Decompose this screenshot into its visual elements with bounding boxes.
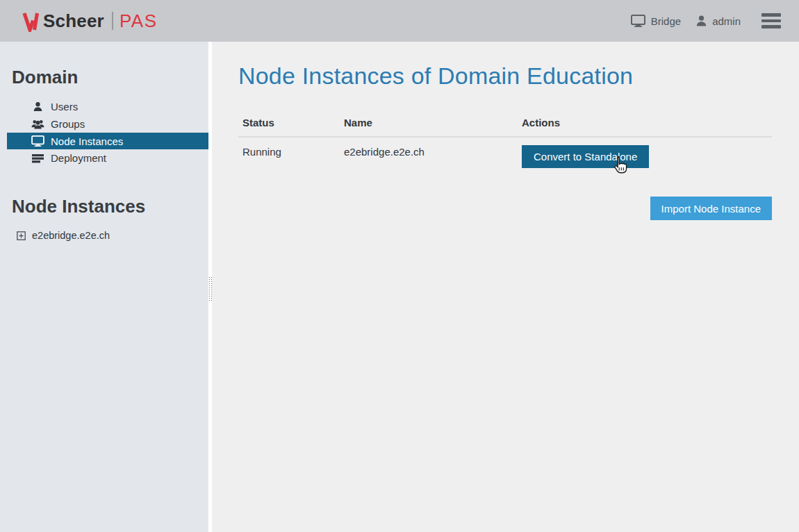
top-header-bar: Scheer PAS Bridge admin <box>0 0 799 42</box>
sidebar-item-users[interactable]: Users <box>0 98 208 115</box>
sidebar-item-groups[interactable]: Groups <box>0 115 208 133</box>
sidebar-item-label: Users <box>51 101 78 113</box>
sidebar: Domain Users Groups <box>0 42 208 532</box>
brand-name: Scheer <box>43 10 104 32</box>
table-row: Running e2ebridge.e2e.ch Convert to Stan… <box>238 138 772 176</box>
tree-item-e2ebridge[interactable]: e2ebridge.e2e.ch <box>0 227 208 244</box>
table-header-row: Status Name Actions <box>238 110 772 138</box>
page-title: Node Instances of Domain Education <box>238 63 799 90</box>
bridge-label: Bridge <box>651 15 681 27</box>
tree-item-label: e2ebridge.e2e.ch <box>32 230 110 241</box>
scheer-pas-logo[interactable]: Scheer PAS <box>21 10 158 32</box>
sidebar-item-node-instances[interactable]: Node Instances <box>7 133 208 149</box>
bridge-menu-item[interactable]: Bridge <box>631 15 681 27</box>
sidebar-item-deployment[interactable]: Deployment <box>0 149 208 167</box>
convert-to-standalone-button[interactable]: Convert to Standalone <box>522 145 649 168</box>
sidebar-section-title-node-instances: Node Instances <box>12 196 208 217</box>
import-node-instance-button[interactable]: Import Node Instance <box>650 197 772 220</box>
column-header-status: Status <box>238 110 340 136</box>
monitor-icon <box>631 15 645 27</box>
users-group-icon <box>31 119 44 129</box>
logo-divider <box>112 12 113 30</box>
header-right-controls: Bridge admin <box>631 13 781 28</box>
sidebar-section-title-domain: Domain <box>12 67 208 88</box>
product-name: PAS <box>120 10 158 32</box>
scheer-logo-icon <box>21 10 40 32</box>
monitor-icon <box>31 135 44 147</box>
column-header-actions: Actions <box>518 110 772 136</box>
user-menu-item[interactable]: admin <box>696 15 741 27</box>
hamburger-icon[interactable] <box>761 13 781 28</box>
sidebar-item-label: Deployment <box>51 152 106 164</box>
main-content: Node Instances of Domain Education Statu… <box>212 42 799 532</box>
user-icon <box>31 101 44 112</box>
import-button-row: Import Node Instance <box>238 197 772 220</box>
sidebar-item-label: Node Instances <box>51 135 123 147</box>
expand-plus-icon[interactable] <box>17 231 26 240</box>
status-cell: Running <box>238 138 340 158</box>
name-cell: e2ebridge.e2e.ch <box>340 138 518 158</box>
user-icon <box>696 15 707 26</box>
node-instances-table: Status Name Actions Running e2ebridge.e2… <box>238 110 772 176</box>
username-label: admin <box>712 15 741 27</box>
actions-cell: Convert to Standalone <box>518 138 772 168</box>
column-header-name: Name <box>340 110 518 136</box>
deployment-list-icon <box>31 153 44 163</box>
app-body: Domain Users Groups <box>0 42 799 532</box>
sidebar-item-label: Groups <box>51 118 85 130</box>
